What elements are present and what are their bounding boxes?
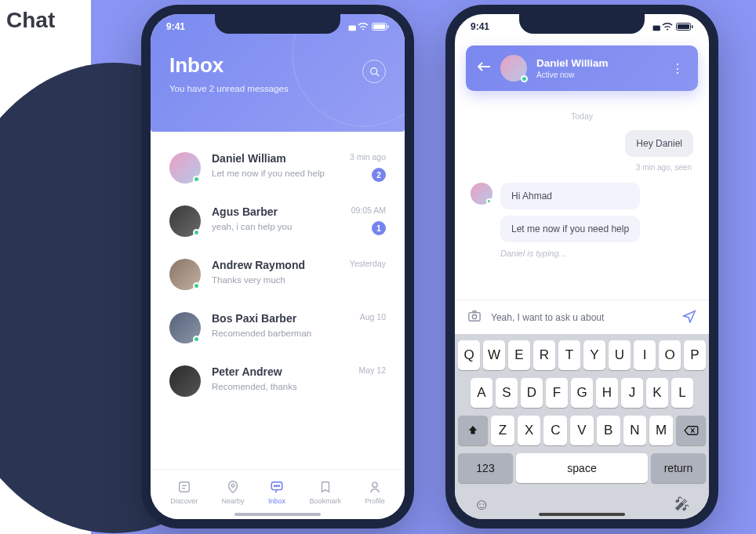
shift-icon (467, 425, 478, 436)
tab-nearby[interactable]: Nearby (222, 479, 245, 505)
chat-item[interactable]: Peter Andrew Recomended, thanks May 12 (166, 354, 389, 408)
chat-name: Andrew Raymond (212, 259, 339, 271)
backspace-icon (683, 425, 699, 436)
search-button[interactable] (362, 60, 386, 83)
chat-time: 3 min ago (350, 152, 386, 162)
signal-icon (652, 21, 659, 32)
key-e[interactable]: E (508, 340, 530, 370)
message-in[interactable]: Let me now if you need help (500, 216, 640, 242)
message-out[interactable]: Hey Daniel (625, 130, 693, 157)
key-h[interactable]: H (596, 378, 618, 408)
chat-preview: Recomended, thanks (212, 382, 348, 391)
chat-icon (269, 479, 285, 495)
key-a[interactable]: A (471, 378, 492, 408)
key-return[interactable]: return (651, 453, 706, 483)
avatar (169, 365, 201, 397)
chat-preview: Let me now if you need help (212, 169, 339, 178)
battery-icon (372, 23, 389, 31)
message-list[interactable]: Today Hey Daniel 3 min ago, seen Hi Ahma… (455, 97, 709, 267)
svg-point-3 (370, 67, 376, 74)
key-b[interactable]: B (597, 416, 620, 445)
chat-name: Agus Barber (212, 205, 340, 218)
key-shift[interactable] (458, 416, 488, 445)
emoji-button[interactable]: ☺ (474, 496, 489, 514)
day-label: Today (471, 111, 693, 121)
home-indicator[interactable] (539, 513, 625, 516)
online-indicator (193, 176, 200, 183)
mic-button[interactable]: 🎤︎ (674, 496, 690, 514)
send-button[interactable] (682, 309, 696, 326)
page-title: Chat (6, 8, 55, 33)
signal-icon (348, 21, 354, 32)
key-x[interactable]: X (518, 416, 541, 445)
key-y[interactable]: Y (583, 340, 605, 370)
key-s[interactable]: S (496, 378, 518, 408)
key-n[interactable]: N (623, 416, 647, 445)
key-d[interactable]: D (521, 378, 543, 408)
online-indicator (193, 336, 200, 343)
svg-rect-14 (692, 25, 693, 28)
key-q[interactable]: Q (458, 340, 480, 370)
svg-rect-5 (179, 482, 189, 492)
key-p[interactable]: P (684, 340, 706, 370)
chat-item[interactable]: Andrew Raymond Thanks very much Yesterda… (166, 248, 389, 301)
mic-icon: 🎤︎ (674, 496, 690, 513)
key-f[interactable]: F (546, 378, 568, 408)
avatar (169, 259, 201, 290)
key-g[interactable]: G (571, 378, 593, 408)
key-v[interactable]: V (570, 416, 594, 445)
key-t[interactable]: T (558, 340, 580, 370)
tab-discover[interactable]: Discover (170, 479, 198, 505)
back-button[interactable] (477, 61, 491, 75)
chat-item[interactable]: Daniel William Let me now if you need he… (166, 141, 389, 194)
wifi-icon (358, 23, 369, 31)
chat-time: 09:05 AM (351, 205, 386, 215)
svg-line-4 (376, 73, 378, 75)
wifi-icon (662, 23, 673, 31)
key-l[interactable]: L (671, 378, 693, 408)
key-c[interactable]: C (543, 416, 567, 445)
key-r[interactable]: R (533, 340, 555, 370)
key-j[interactable]: J (621, 378, 643, 408)
conversation-header: Daniel William Active now ⋮ (466, 45, 698, 91)
home-indicator[interactable] (234, 513, 321, 516)
key-space[interactable]: space (516, 453, 648, 483)
svg-rect-13 (678, 24, 689, 29)
key-backspace[interactable] (676, 416, 706, 445)
conversation-name: Daniel William (536, 57, 659, 69)
tab-bar: Discover Nearby Inbox Bookmark Profile (151, 469, 405, 519)
key-123[interactable]: 123 (458, 453, 513, 483)
key-w[interactable]: W (483, 340, 505, 370)
search-icon (369, 67, 380, 77)
key-u[interactable]: U (609, 340, 631, 370)
svg-point-16 (472, 314, 476, 318)
key-m[interactable]: M (649, 416, 673, 445)
tab-label: Bookmark (309, 497, 341, 505)
menu-button[interactable]: ⋮ (668, 61, 687, 76)
svg-point-10 (278, 485, 279, 486)
profile-icon (367, 479, 383, 495)
key-k[interactable]: K (646, 378, 668, 408)
camera-button[interactable] (467, 310, 482, 325)
chat-name: Bos Paxi Barber (212, 312, 349, 325)
key-i[interactable]: I (634, 340, 656, 370)
chat-item[interactable]: Agus Barber yeah, i can help you 09:05 A… (166, 194, 389, 248)
avatar (169, 312, 201, 343)
avatar[interactable] (500, 55, 527, 82)
chat-preview: yeah, i can help you (212, 222, 340, 231)
message-meta: 3 min ago, seen (472, 163, 692, 172)
status-time: 9:41 (471, 21, 489, 32)
message-in[interactable]: Hi Ahmad (500, 183, 640, 209)
key-z[interactable]: Z (491, 416, 514, 445)
chat-item[interactable]: Bos Paxi Barber Recomended barberman Aug… (166, 301, 389, 354)
status-time: 9:41 (166, 21, 185, 32)
tab-profile[interactable]: Profile (365, 479, 385, 505)
typing-indicator: Daniel is typing... (500, 249, 693, 258)
tab-bookmark[interactable]: Bookmark (309, 479, 341, 505)
avatar (169, 152, 201, 183)
key-o[interactable]: O (659, 340, 681, 370)
message-input[interactable] (491, 312, 673, 323)
phone-conversation: 9:41 Daniel William Active now ⋮ Today (445, 5, 718, 529)
svg-rect-1 (373, 24, 385, 29)
tab-inbox[interactable]: Inbox (268, 479, 285, 505)
